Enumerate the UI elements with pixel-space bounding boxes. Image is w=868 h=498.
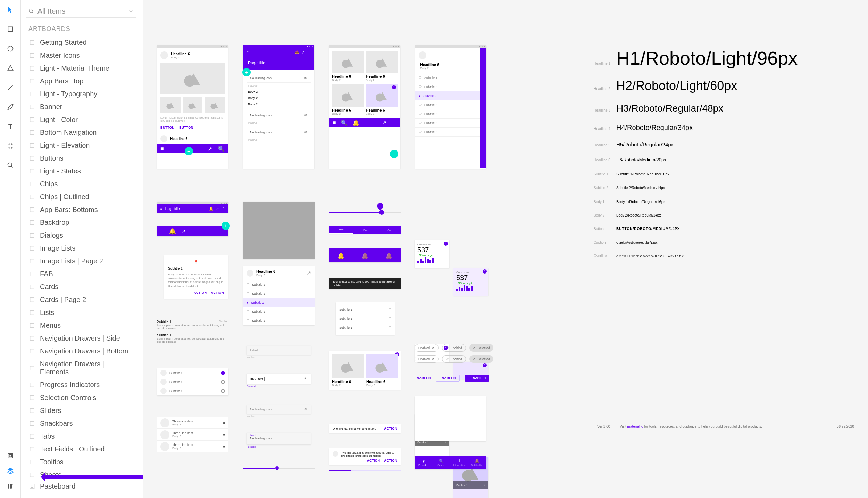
- list-item[interactable]: No leading icon: [250, 114, 272, 117]
- artboard-appbar-top[interactable]: ≡Page title🔔↗⋮: [157, 202, 228, 213]
- dialog-action[interactable]: ACTION: [194, 291, 207, 294]
- snackbar-action[interactable]: ACTION: [384, 427, 398, 430]
- search-row[interactable]: All Items: [26, 5, 136, 18]
- list-item[interactable]: Subtitle 1: [339, 326, 352, 329]
- artboard-item[interactable]: Tooltips: [26, 456, 136, 468]
- snackbar-2[interactable]: Two line text string with two actions. O…: [329, 448, 401, 465]
- tabbar-specimen[interactable]: TABTABTAB: [329, 226, 401, 234]
- text-tool[interactable]: [7, 123, 14, 131]
- artboard-item[interactable]: Light - Material Theme: [26, 62, 136, 75]
- nav-item[interactable]: Subtitle 2: [424, 121, 437, 125]
- artboard-item[interactable]: Sliders: [26, 404, 136, 417]
- artboard-nav-list[interactable]: Headline 6 Body 2 ♡Subtitle 1 ♡Subtitle …: [415, 45, 486, 169]
- nav-item[interactable]: Subtitle 1: [424, 76, 437, 80]
- material-link[interactable]: material.io: [627, 425, 643, 428]
- artboard-item[interactable]: Text Fields | Outlined: [26, 443, 136, 456]
- radio-item[interactable]: Subtitle 1: [169, 371, 183, 375]
- pen-tool[interactable]: [7, 104, 14, 112]
- artboard-item[interactable]: Dialogs: [26, 229, 136, 242]
- bottom-nav-item[interactable]: ℹInformation: [450, 456, 468, 469]
- artboard-item[interactable]: Banner: [26, 100, 136, 113]
- artboard-item[interactable]: Buttons: [26, 152, 136, 165]
- list-item[interactable]: No leading icon: [250, 131, 272, 134]
- imagelist-specimen[interactable]: Headline 6Body 2 Headline 6Body 2: [329, 351, 401, 390]
- chip[interactable]: Enabled✕: [415, 355, 439, 363]
- nav-item-selected[interactable]: Subtitle 2: [423, 94, 436, 98]
- chip[interactable]: Enabled✕: [415, 344, 439, 352]
- menu-item[interactable]: Subtitle 2: [252, 319, 265, 323]
- blank-sheet[interactable]: [415, 396, 486, 441]
- artboard-menu[interactable]: Headline 6Body 2 ↗ ♡Subtitle 2 ♡Subtitle…: [243, 266, 315, 325]
- list-item[interactable]: Subtitle 1: [339, 308, 352, 311]
- stat-card-1[interactable]: Conversion 537 +22% of target: [415, 240, 449, 268]
- artboard-item[interactable]: Snackbars: [26, 417, 136, 430]
- rectangle-tool[interactable]: [7, 26, 14, 34]
- artboard-radio-list[interactable]: Subtitle 1 Subtitle 1 Subtitle 1: [157, 368, 228, 395]
- stat-card-2[interactable]: Conversion 537 +22% of target: [453, 268, 488, 296]
- artboard-item[interactable]: Master Icons: [26, 49, 136, 62]
- artboard-item[interactable]: Light - Elevation: [26, 139, 136, 152]
- textfield-filled-2[interactable]: No leading icon👁: [247, 405, 311, 414]
- list-specimen[interactable]: Subtitle 1♡ Subtitle 1♡ Subtitle 1♡: [336, 302, 395, 335]
- artboard-item[interactable]: Menus: [26, 319, 136, 332]
- radio-item[interactable]: Subtitle 1: [169, 380, 183, 384]
- chip-selected[interactable]: ✓ Selected: [469, 344, 493, 352]
- list-item[interactable]: No leading icon: [250, 76, 272, 80]
- artboard-item[interactable]: Chips: [26, 178, 136, 190]
- slider-specimen[interactable]: [329, 202, 401, 213]
- artboard-item[interactable]: Selection Controls: [26, 391, 136, 404]
- textfield-outlined[interactable]: Input text|👁: [247, 374, 311, 384]
- artboard-cards[interactable]: Headline 6Body 2 Lorem ipsum dolor sit a…: [157, 45, 228, 169]
- tab[interactable]: TAB: [353, 226, 377, 234]
- typography-sheet[interactable]: Headline 1H1/Roboto/Light/96pxHeadline 2…: [583, 0, 868, 498]
- bottom-nav-item[interactable]: 🔔Notification: [468, 456, 486, 469]
- menu-item[interactable]: Subtitle 2: [252, 310, 265, 313]
- artboard-item[interactable]: Navigation Drawers | Side: [26, 332, 136, 345]
- artboard-item[interactable]: Image Lists | Page 2: [26, 255, 136, 268]
- nav-item[interactable]: Subtitle 2: [424, 112, 437, 116]
- artboard-list[interactable]: ≡📥↗⋮ Page title + No leading icon👁 Inact…: [243, 45, 314, 169]
- tab[interactable]: TAB: [329, 226, 353, 234]
- artboard-item[interactable]: Cards: [26, 280, 136, 293]
- dialog-action[interactable]: ACTION: [211, 291, 224, 294]
- nav-item[interactable]: Subtitle 2: [424, 103, 437, 107]
- assets-panel-icon[interactable]: [7, 452, 14, 460]
- artboard-item[interactable]: Light - Color: [26, 113, 136, 126]
- polygon-tool[interactable]: [7, 65, 14, 73]
- bottom-nav-item[interactable]: ♥Favorites: [415, 456, 433, 469]
- libraries-icon[interactable]: [7, 483, 14, 491]
- chip-selected[interactable]: ✓ Selected: [469, 355, 493, 363]
- menu-item[interactable]: Subtitle 2: [252, 283, 265, 286]
- menu-item-selected[interactable]: Subtitle 2: [251, 301, 264, 304]
- artboard-item[interactable]: Lists: [26, 306, 136, 319]
- artboard-tool[interactable]: [7, 142, 14, 151]
- radio-item[interactable]: Subtitle 1: [169, 389, 183, 393]
- artboard-item[interactable]: Tabs: [26, 430, 136, 443]
- artboard-three-line[interactable]: Three-line itemBody 2■ Three-line itemBo…: [157, 417, 228, 452]
- artboard-item[interactable]: Light - States: [26, 165, 136, 178]
- snackbar-1[interactable]: One line text string with one action.ACT…: [329, 424, 401, 433]
- artboard-dialog[interactable]: 📍 Subtitle 1 Body 2 Lorem ipsum dolor si…: [164, 255, 228, 299]
- artboard-item[interactable]: Chips | Outlined: [26, 190, 136, 203]
- text-button[interactable]: BUTTON: [179, 126, 193, 129]
- contained-button[interactable]: + ENABLED: [465, 375, 489, 382]
- artboard-item[interactable]: Bottom Navigation: [26, 126, 136, 139]
- artboard-backdrop[interactable]: [243, 202, 315, 259]
- chip[interactable]: ♡ Enabled: [442, 344, 466, 352]
- tab[interactable]: TAB: [377, 226, 401, 234]
- artboard-image-grid[interactable]: Headline 6Body 2 Headline 6Body 2 Headli…: [329, 45, 400, 169]
- artboard-item[interactable]: Light - Typography: [26, 88, 136, 100]
- artboard-item[interactable]: Progress Indicators: [26, 378, 136, 391]
- pasteboard-item[interactable]: Pasteboard: [29, 482, 75, 490]
- artboard-item[interactable]: Getting Started: [26, 36, 136, 49]
- list-item[interactable]: Subtitle 1: [339, 317, 352, 320]
- artboard-item[interactable]: Navigation Drawers | Elements: [26, 358, 136, 378]
- outlined-button[interactable]: ENABLED: [436, 375, 460, 382]
- bottom-nav-labeled[interactable]: ♥Favorites🔍SearchℹInformation🔔Notificati…: [415, 456, 486, 469]
- artboard-item[interactable]: Backdrop: [26, 216, 136, 229]
- artboard-appbar-bottom[interactable]: ≡🔔↗ +: [157, 226, 228, 236]
- textfield-filled[interactable]: Label: [247, 346, 311, 355]
- action[interactable]: ACTION: [367, 459, 380, 462]
- chip[interactable]: ♡ Enabled: [442, 355, 466, 363]
- bottom-nav-item[interactable]: 🔍Search: [433, 456, 451, 469]
